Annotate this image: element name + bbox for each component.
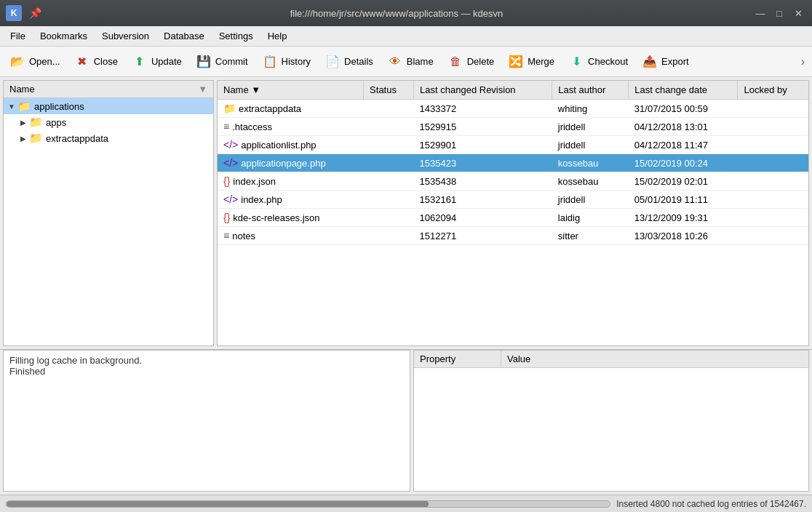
content-panels: Name ▼ ▼ 📁 applications ▶ 📁 apps ▶ 📁 (0, 77, 812, 349)
property-panel: Property Value (413, 350, 809, 492)
table-row[interactable]: </>applicationlist.php 1529901 jriddell … (218, 136, 808, 154)
tree-header-arrow: ▼ (198, 84, 207, 95)
cell-status-6 (364, 209, 414, 227)
table-row[interactable]: </>applicationpage.php 1535423 kossebau … (218, 154, 808, 172)
property-col-value: Value (501, 351, 808, 367)
col-status[interactable]: Status (364, 81, 414, 100)
details-label: Details (344, 56, 373, 67)
cell-date-6: 13/12/2009 19:31 (629, 209, 738, 227)
col-revision[interactable]: Last changed Revision (414, 81, 552, 100)
tree-label-applications: applications (34, 101, 84, 112)
commit-icon: 💾 (195, 53, 212, 71)
file-tree-panel: Name ▼ ▼ 📁 applications ▶ 📁 apps ▶ 📁 (3, 80, 214, 346)
menu-help[interactable]: Help (260, 28, 295, 44)
details-button[interactable]: 📄 Details (318, 50, 379, 73)
col-author[interactable]: Last author (552, 81, 629, 100)
checkout-label: Checkout (588, 56, 628, 67)
checkout-icon: ⬇ (568, 53, 585, 71)
merge-label: Merge (528, 56, 554, 67)
main-content: Name ▼ ▼ 📁 applications ▶ 📁 apps ▶ 📁 (0, 77, 812, 495)
table-row[interactable]: {}index.json 1535438 kossebau 15/02/2019… (218, 172, 808, 191)
export-button[interactable]: 📤 Export (635, 50, 695, 73)
open-label: Open... (29, 56, 60, 67)
pin-icon[interactable]: 📌 (29, 7, 41, 19)
history-button[interactable]: 📋 History (255, 50, 317, 73)
merge-button[interactable]: 🔀 Merge (501, 50, 560, 73)
toolbar-more-button[interactable]: › (797, 52, 809, 71)
folder-icon-apps: 📁 (28, 116, 43, 128)
table-row[interactable]: </>index.php 1532161 jriddell 05/01/2019… (218, 191, 808, 209)
minimize-button[interactable]: — (752, 5, 768, 21)
tree-header: Name ▼ (4, 81, 213, 98)
tree-label-extractappdata: extractappdata (46, 133, 108, 144)
open-icon: 📂 (9, 53, 26, 71)
cell-author-3: kossebau (552, 154, 629, 172)
tree-item-extractappdata[interactable]: ▶ 📁 extractappdata (4, 130, 213, 146)
tree-toggle-extractappdata[interactable]: ▶ (18, 133, 28, 143)
menu-bookmarks[interactable]: Bookmarks (33, 28, 95, 44)
blame-button[interactable]: 👁 Blame (381, 50, 439, 73)
window-title: file:///home/jr/src/www/www/applications… (41, 8, 752, 19)
history-label: History (282, 56, 311, 67)
cell-name-2: </>applicationlist.php (218, 136, 364, 154)
checkout-button[interactable]: ⬇ Checkout (562, 50, 634, 73)
update-button[interactable]: ⬆ Update (125, 50, 188, 73)
table-header-row: Name ▼ Status Last changed Revision Last… (218, 81, 808, 100)
bottom-panels: Filling log cache in background. Finishe… (0, 349, 812, 495)
blame-label: Blame (407, 56, 434, 67)
cell-name-4: {}index.json (218, 172, 364, 191)
update-label: Update (151, 56, 182, 67)
tree-item-applications[interactable]: ▼ 📁 applications (4, 98, 213, 114)
tree-toggle-applications[interactable]: ▼ (7, 101, 17, 111)
json-row-icon: {} (223, 212, 230, 223)
table-row[interactable]: {}kde-sc-releases.json 1062094 laidig 13… (218, 209, 808, 227)
text-row-icon: ≡ (223, 121, 229, 132)
table-row[interactable]: ≡.htaccess 1529915 jriddell 04/12/2018 1… (218, 118, 808, 136)
menu-settings[interactable]: Settings (212, 28, 260, 44)
cell-name-6: {}kde-sc-releases.json (218, 209, 364, 227)
cell-author-5: jriddell (552, 191, 629, 209)
col-locked[interactable]: Locked by (738, 81, 808, 100)
menubar: File Bookmarks Subversion Database Setti… (0, 26, 812, 47)
table-row[interactable]: ≡notes 1512271 sitter 13/03/2018 10:26 (218, 227, 808, 245)
cell-revision-7: 1512271 (414, 227, 552, 245)
table-row[interactable]: 📁extractappdata 1433372 whiting 31/07/20… (218, 100, 808, 118)
close-icon: ✖ (73, 53, 91, 71)
menu-file[interactable]: File (3, 28, 33, 44)
col-name[interactable]: Name ▼ (218, 81, 364, 100)
close-label: Close (94, 56, 118, 67)
commit-button[interactable]: 💾 Commit (189, 50, 254, 73)
open-button[interactable]: 📂 Open... (3, 50, 66, 73)
maximize-button[interactable]: □ (771, 5, 787, 21)
delete-button[interactable]: 🗑 Delete (441, 50, 501, 73)
cell-name-5: </>index.php (218, 191, 364, 209)
log-panel: Filling log cache in background. Finishe… (3, 350, 410, 492)
statusbar-scrollbar[interactable] (6, 500, 610, 508)
details-icon: 📄 (324, 53, 341, 71)
menu-database[interactable]: Database (156, 28, 212, 44)
col-date[interactable]: Last change date (629, 81, 738, 100)
cell-name-3: </>applicationpage.php (218, 154, 364, 172)
cell-status-0 (364, 100, 414, 118)
cell-locked-3 (738, 154, 808, 172)
cell-author-0: whiting (552, 100, 629, 118)
tree-toggle-apps[interactable]: ▶ (18, 117, 28, 127)
cell-locked-1 (738, 118, 808, 136)
tree-item-apps[interactable]: ▶ 📁 apps (4, 114, 213, 130)
cell-status-2 (364, 136, 414, 154)
export-label: Export (661, 56, 689, 67)
cell-date-7: 13/03/2018 10:26 (629, 227, 738, 245)
php-row-icon: </> (223, 157, 238, 169)
cell-revision-5: 1532161 (414, 191, 552, 209)
cell-name-0: 📁extractappdata (218, 100, 364, 118)
property-header: Property Value (414, 351, 808, 368)
close-button[interactable]: ✕ (790, 5, 806, 21)
app-icon: K (6, 5, 22, 21)
cell-status-7 (364, 227, 414, 245)
menu-subversion[interactable]: Subversion (95, 28, 156, 44)
close-button[interactable]: ✖ Close (68, 50, 124, 73)
cell-status-4 (364, 172, 414, 191)
titlebar: K 📌 file:///home/jr/src/www/www/applicat… (0, 0, 812, 26)
folder-icon-applications: 📁 (17, 100, 31, 112)
cell-status-5 (364, 191, 414, 209)
